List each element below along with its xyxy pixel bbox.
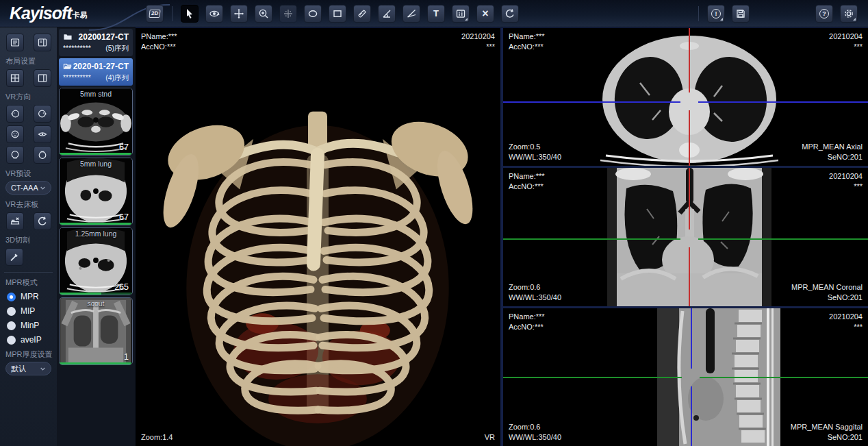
zoom-in-icon (258, 8, 269, 19)
patient-info-overlay: PName:***AccNO:*** (509, 312, 545, 332)
rect-roi-tool-button[interactable] (329, 5, 346, 23)
series-thumbnail-125mm-lung[interactable]: 1.25mm lung 265 (59, 227, 133, 295)
folder-closed-icon (63, 33, 73, 41)
pan-tool-button[interactable] (230, 5, 248, 23)
vr-bed-removal-label: VR去床板 (5, 199, 57, 210)
delete-annotation-tool-button[interactable]: × (476, 5, 494, 23)
layout-grid-2x2-button[interactable] (6, 69, 24, 87)
help-button[interactable]: ? (815, 5, 833, 23)
vr-preset-select[interactable]: CT-AAA (5, 181, 51, 195)
vr-orient-right-button[interactable] (34, 105, 51, 123)
radio-selected-icon (7, 293, 16, 301)
vr-reset-button[interactable] (34, 212, 51, 230)
zoom-window-overlay: Zoom:0.6WW/WL:350/40 (509, 282, 561, 303)
study-date-overlay: 20210204*** (829, 32, 863, 52)
toolbar-separator (698, 6, 699, 21)
crosshair-horizontal-green[interactable] (503, 377, 868, 378)
study-title: 20200127-CT (79, 32, 129, 42)
rotate-3d-tool-button[interactable] (205, 5, 223, 23)
delete-x-icon: × (482, 8, 488, 20)
thumbnail-image-count: 1 (124, 352, 129, 362)
radio-icon (7, 307, 16, 316)
crosshair-vertical-red[interactable] (689, 168, 690, 306)
mpr-mode-radio-minp[interactable]: MinP (7, 321, 57, 330)
thumbnail-image-count: 265 (114, 282, 129, 292)
crosshair-vertical-red[interactable] (689, 28, 690, 166)
info-button[interactable]: ! (707, 5, 725, 23)
crosshair-vertical-blue[interactable] (691, 308, 692, 446)
list-panel-icon (10, 37, 21, 48)
crosshair-horizontal-green[interactable] (503, 238, 868, 240)
render-mode-overlay: VR (485, 432, 495, 443)
ellipse-roi-tool-button[interactable] (304, 5, 322, 23)
vr-orient-feet-button[interactable] (34, 146, 51, 164)
thumbnail-label: scout (60, 299, 132, 308)
settings-button[interactable] (840, 5, 858, 23)
series-mode-overlay: MPR_MEAN CoronalSeNO:201 (791, 282, 863, 303)
left-sidebar: 布局设置 VR方向 VR预设 CT-AAA (0, 27, 57, 446)
pointer-tool-button[interactable] (181, 5, 199, 23)
remove-bed-button[interactable] (6, 212, 24, 230)
layout-2d-button[interactable]: 2D (146, 5, 164, 23)
angle-tool-button[interactable] (378, 5, 396, 23)
sidebar-divider (4, 272, 53, 273)
vr-direction-label: VR方向 (5, 92, 57, 102)
vr-orient-posterior-button[interactable] (34, 125, 51, 143)
study-patient: ********** (63, 73, 91, 83)
radio-label: MinP (21, 321, 39, 330)
vr-orient-anterior-button[interactable] (6, 125, 24, 143)
reset-tool-button[interactable] (501, 5, 519, 23)
text-annotation-tool-button[interactable]: T (427, 5, 445, 23)
angle-icon (381, 8, 392, 19)
mpr-mode-radio-mip[interactable]: MIP (7, 306, 57, 316)
cut-3d-label: 3D切割 (5, 235, 57, 245)
mpr-thickness-select[interactable]: 默认 (5, 362, 51, 375)
thumbnail-progress-bar (60, 153, 131, 155)
viewport-mpr-coronal[interactable]: PName:***AccNO:*** 20210204*** Zoom:0.6W… (503, 168, 868, 306)
vr-orient-head-button[interactable] (6, 146, 24, 164)
scalpel-icon (9, 251, 20, 262)
patient-info-overlay: PName:***AccNO:*** (509, 171, 545, 192)
text-icon: T (433, 8, 439, 18)
ruler-tool-button[interactable] (353, 5, 371, 23)
series-thumbnail-5mm-stnd[interactable]: 5mm stnd 67 (59, 88, 133, 156)
2d-icon: 2D (149, 10, 160, 18)
zoom-in-tool-button[interactable] (255, 5, 272, 23)
layout-settings-label: 布局设置 (5, 56, 57, 66)
thumbnail-label: 1.25mm lung (60, 230, 132, 238)
folder-open-icon (63, 62, 73, 71)
study-item-2-selected[interactable]: 2020-01-27-CT ********** (4)序列 (59, 58, 133, 86)
ruler-icon (357, 8, 368, 19)
viewport-mpr-sagittal[interactable]: PName:***AccNO:*** 20210204*** Zoom:0.6W… (503, 308, 868, 446)
viewport-vr-3d[interactable]: PName:***AccNO:*** 20210204*** Zoom:1.4 … (136, 28, 500, 446)
mpr-mode-radio-aveip[interactable]: aveIP (7, 335, 57, 345)
thumbnail-image-count: 67 (119, 212, 129, 222)
ellipse-icon (307, 8, 318, 19)
cobb-angle-tool-button[interactable] (403, 5, 420, 23)
layout-right-column-icon (37, 73, 48, 84)
vr-orient-left-button[interactable] (6, 105, 24, 123)
study-date-overlay: 20210204*** (829, 312, 863, 332)
cobb-angle-icon (406, 8, 417, 19)
report-panel-toggle-button[interactable] (34, 34, 51, 51)
layout-main-right-button[interactable] (34, 69, 51, 87)
patient-info-overlay: PName:***AccNO:*** (141, 32, 177, 52)
series-panel-toggle-button[interactable] (6, 34, 24, 51)
image-annotation-icon (455, 8, 466, 19)
thumbnail-progress-bar (60, 293, 101, 295)
localizer-crosshair-tool-button[interactable] (279, 5, 297, 23)
study-item-1[interactable]: 20200127-CT ********** (5)序列 (59, 29, 133, 56)
radio-icon (7, 336, 16, 345)
image-annotation-tool-button[interactable] (452, 5, 470, 23)
mpr-mode-radio-mpr[interactable]: MPR (7, 292, 57, 301)
cut-3d-knife-button[interactable] (5, 248, 23, 266)
zoom-window-overlay: Zoom:0.5WW/WL:350/40 (509, 142, 561, 162)
viewport-mpr-axial[interactable]: PName:***AccNO:*** 20210204*** Zoom:0.5W… (503, 28, 868, 166)
eye-view-icon (37, 129, 48, 140)
save-button[interactable] (732, 5, 750, 23)
series-thumbnail-5mm-lung[interactable]: 5mm lung 67 (59, 158, 133, 225)
mpr-thickness-label: MPR厚度设置 (5, 349, 57, 360)
series-thumbnail-scout[interactable]: scout 1 (59, 297, 133, 365)
save-floppy-icon (735, 8, 746, 19)
crosshair-horizontal-blue[interactable] (503, 101, 868, 103)
